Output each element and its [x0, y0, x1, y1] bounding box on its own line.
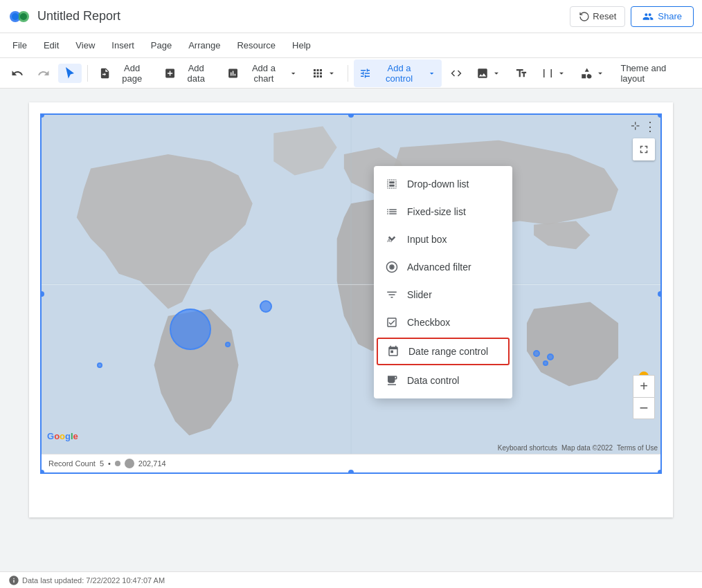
- fixed-list-label: Fixed-size list: [407, 206, 466, 217]
- map-container[interactable]: ⊹ ⋮: [40, 113, 662, 474]
- dropdown-item-input-box[interactable]: AI Input box: [374, 226, 512, 253]
- zoom-in-button[interactable]: +: [633, 375, 655, 397]
- handle-top-right[interactable]: [658, 113, 662, 118]
- svg-text:AI: AI: [387, 237, 392, 244]
- add-control-chevron-icon: [427, 68, 436, 78]
- map-pin-icon[interactable]: ⊹: [631, 119, 640, 134]
- lines-icon: [541, 67, 554, 80]
- share-icon: [642, 11, 654, 22]
- dropdown-item-dropdown-list[interactable]: Drop-down list: [374, 170, 512, 198]
- image-insert-button[interactable]: [471, 64, 507, 83]
- handle-bottom-right[interactable]: [658, 470, 662, 474]
- dropdown-item-advanced-filter[interactable]: Advanced filter: [374, 253, 512, 281]
- image-icon: [476, 67, 489, 80]
- menu-resource[interactable]: Resource: [230, 37, 282, 53]
- lines-button[interactable]: [536, 64, 572, 83]
- add-page-button[interactable]: Add page: [93, 59, 156, 87]
- reset-icon: [579, 11, 590, 22]
- input-box-icon: AI: [385, 232, 399, 246]
- dropdown-list-label: Drop-down list: [407, 178, 469, 190]
- map-dot-2: [260, 300, 272, 313]
- input-box-label: Input box: [407, 234, 447, 245]
- app-logo: [8, 6, 30, 28]
- select-tool-button[interactable]: [58, 64, 82, 83]
- shapes-chevron-icon: [595, 68, 605, 78]
- menu-page[interactable]: Page: [144, 37, 179, 53]
- menu-bar: File Edit View Insert Page Arrange Resou…: [0, 33, 702, 58]
- zoom-controls: + −: [633, 375, 655, 419]
- theme-layout-button[interactable]: Theme and layout: [613, 59, 696, 87]
- menu-edit[interactable]: Edit: [37, 37, 66, 53]
- share-button[interactable]: Share: [631, 6, 694, 27]
- add-control-icon: [359, 67, 371, 80]
- map-footer: Keyboard shortcuts Map data ©2022 Terms …: [498, 444, 658, 452]
- dropdown-item-data-control[interactable]: Data control: [374, 367, 512, 394]
- add-data-button[interactable]: Add data: [159, 59, 219, 87]
- slider-icon: [385, 288, 399, 302]
- map-dot-3: [225, 342, 231, 347]
- record-count-label: Record Count: [48, 459, 96, 468]
- undo-icon: [11, 67, 24, 80]
- code-icon: [450, 67, 462, 80]
- menu-insert[interactable]: Insert: [105, 37, 141, 53]
- reset-button[interactable]: Reset: [570, 6, 625, 27]
- menu-help[interactable]: Help: [285, 37, 318, 53]
- svg-point-3: [20, 13, 27, 20]
- keyboard-shortcuts-link[interactable]: Keyboard shortcuts: [498, 444, 557, 452]
- map-dot-7: [547, 353, 554, 360]
- components-chevron-icon: [327, 68, 336, 78]
- add-chart-icon: [227, 67, 239, 80]
- main-content: ⊹ ⋮: [0, 89, 702, 588]
- add-chart-chevron-icon: [289, 68, 298, 78]
- handle-bottom-left[interactable]: [40, 470, 44, 474]
- advanced-filter-label: Advanced filter: [407, 261, 471, 273]
- dropdown-item-fixed-list[interactable]: Fixed-size list: [374, 198, 512, 226]
- add-data-icon: [164, 67, 176, 80]
- lines-chevron-icon: [557, 68, 566, 78]
- terms-of-use-link[interactable]: Terms of Use: [617, 444, 658, 452]
- status-bar: Data last updated: 7/22/2022 10:47:07 AM: [0, 571, 702, 588]
- legend-dot-small: [115, 461, 120, 466]
- handle-bottom-center[interactable]: [348, 470, 354, 474]
- info-icon: [8, 575, 19, 586]
- textbox-button[interactable]: [510, 64, 533, 83]
- data-control-label: Data control: [407, 375, 459, 386]
- redo-button[interactable]: [32, 64, 55, 83]
- map-fullscreen-button[interactable]: [633, 138, 655, 160]
- zoom-out-button[interactable]: −: [633, 397, 655, 419]
- menu-arrange[interactable]: Arrange: [181, 37, 227, 53]
- app-title: Untitled Report: [37, 9, 570, 24]
- dropdown-item-date-range[interactable]: Date range control: [377, 338, 510, 365]
- redo-icon: [37, 67, 50, 80]
- date-range-label: Date range control: [408, 346, 488, 357]
- fullscreen-icon: [638, 143, 650, 156]
- record-separator: •: [108, 459, 111, 468]
- select-icon: [64, 67, 76, 80]
- shapes-button[interactable]: [575, 64, 611, 83]
- dropdown-item-slider[interactable]: Slider: [374, 281, 512, 309]
- shapes-icon: [580, 67, 593, 80]
- svg-point-10: [390, 266, 394, 269]
- dropdown-item-checkbox[interactable]: Checkbox: [374, 309, 512, 336]
- handle-middle-right[interactable]: [658, 291, 662, 297]
- title-bar-actions: Reset Share: [570, 6, 694, 27]
- report-canvas: ⊹ ⋮: [29, 102, 673, 517]
- code-view-button[interactable]: [444, 64, 468, 83]
- menu-view[interactable]: View: [69, 37, 102, 53]
- add-control-button[interactable]: Add a control: [354, 59, 442, 87]
- menu-file[interactable]: File: [6, 37, 34, 53]
- data-control-icon: [385, 374, 399, 387]
- toolbar: Add page Add data Add a chart Add a cont…: [0, 58, 702, 89]
- add-control-dropdown: Drop-down list Fixed-size list AI Input …: [374, 166, 512, 398]
- map-data-label: Map data ©2022: [561, 444, 613, 452]
- undo-button[interactable]: [6, 64, 29, 83]
- svg-point-2: [12, 13, 19, 20]
- fixed-list-icon: [385, 205, 399, 219]
- map-more-options-icon[interactable]: ⋮: [644, 119, 656, 134]
- components-icon: [312, 67, 324, 80]
- toolbar-divider-2: [348, 65, 348, 82]
- components-button[interactable]: [306, 64, 342, 83]
- legend-dot-large: [125, 459, 134, 468]
- add-chart-button[interactable]: Add a chart: [222, 59, 303, 87]
- map-equator-line: [42, 284, 660, 285]
